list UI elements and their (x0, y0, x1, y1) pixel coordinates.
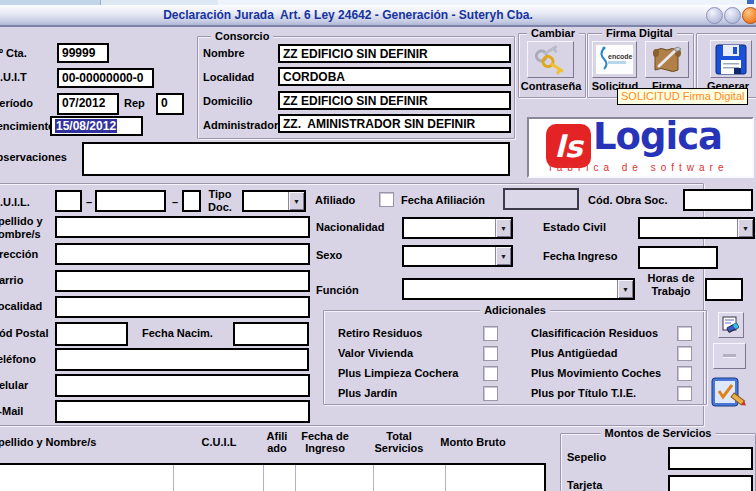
localidad-consorcio-label: Localidad (203, 71, 254, 84)
plus-movimiento-coches-label: Plus Movimiento Coches (531, 367, 661, 380)
cuit-label: C.U.I.T (0, 71, 27, 84)
sepelio-label: Sepelio (567, 451, 606, 464)
firma-digital-title: Firma Digital (602, 27, 677, 40)
firma-button[interactable] (645, 41, 689, 78)
retiro-residuos-label: Retiro Residuos (338, 327, 422, 340)
afiliado-label: Afiliado (315, 194, 355, 207)
validate-tasks-button[interactable] (707, 377, 748, 409)
domicilio-input[interactable]: ZZ EDIFICIO SIN DEFINIR (278, 91, 511, 110)
localidad-consorcio-input[interactable]: CORDOBA (278, 67, 511, 86)
consorcio-title: Consorcio (211, 30, 273, 43)
logica-logo-tagline: fábrica de software (549, 162, 729, 173)
fecha-ingreso-label: Fecha Ingreso (543, 250, 618, 263)
vencimiento-label: Vencimiento (0, 120, 55, 133)
cod-postal-input[interactable] (55, 322, 128, 346)
chevron-down-icon[interactable]: ▼ (495, 247, 511, 265)
horas-trabajo-input[interactable] (705, 278, 743, 301)
generar-button[interactable] (710, 40, 752, 78)
vencimiento-input[interactable]: 15/08/2012 (50, 116, 143, 136)
cuil-input-1[interactable] (55, 190, 82, 212)
celular-label: Celular (0, 379, 28, 392)
chevron-down-icon[interactable]: ▼ (495, 219, 511, 237)
tipo-doc-select[interactable]: ▼ (242, 190, 306, 212)
plus-jardin-checkbox[interactable] (483, 386, 498, 401)
sexo-select[interactable]: ▼ (402, 245, 513, 267)
celular-input[interactable] (55, 374, 310, 397)
save-floppy-icon (714, 43, 748, 76)
cuil-label: C.U.I.L. (0, 196, 30, 209)
title-bar: Declaración Jurada Art. 6 Ley 24642 - Ge… (0, 5, 756, 27)
periodo-input[interactable]: 07/2012 (57, 93, 119, 115)
grid-header-cuil: C.U.I.L (183, 436, 255, 448)
sepelio-input[interactable] (668, 447, 753, 470)
localidad-input[interactable] (55, 296, 310, 318)
tipo-doc-label: Tipo Doc. (208, 188, 232, 214)
nombre-label: Nombre (203, 47, 245, 60)
close-button[interactable] (742, 7, 756, 24)
grid-header-fecha-ingreso: Fecha de Ingreso (293, 430, 357, 454)
funcion-select[interactable]: ▼ (402, 278, 635, 300)
nacionalidad-select[interactable]: ▼ (402, 217, 513, 239)
grid-header-apellido: Apellido y Nombre/s (0, 436, 140, 448)
fecha-ingreso-input[interactable] (638, 246, 718, 269)
encode-icon-text: encode (608, 53, 633, 60)
email-input[interactable] (55, 400, 310, 423)
estado-civil-label: Estado Civil (543, 221, 606, 234)
rep-input[interactable]: 0 (156, 93, 184, 115)
cuil-input-2[interactable] (95, 190, 166, 212)
afiliado-checkbox[interactable] (379, 192, 394, 207)
fecha-nacim-input[interactable] (233, 322, 309, 346)
logica-logo: ls Logica fábrica de software (527, 117, 754, 178)
background-window-glyph (747, 0, 754, 4)
valor-vivienda-label: Valor Vivienda (338, 347, 413, 360)
account-input[interactable]: 99999 (57, 43, 109, 63)
barrio-input[interactable] (55, 270, 310, 292)
direccion-input[interactable] (55, 243, 310, 265)
eraser-form-icon (721, 315, 741, 335)
chevron-down-icon[interactable]: ▼ (288, 192, 304, 210)
observaciones-input[interactable] (82, 142, 510, 176)
direccion-label: Dirección (0, 248, 38, 261)
plus-limpieza-cochera-checkbox[interactable] (483, 366, 498, 381)
plus-limpieza-cochera-label: Plus Limpieza Cochera (338, 367, 458, 380)
montos-title: Montos de Servicios (601, 427, 716, 440)
estado-civil-select[interactable]: ▼ (638, 217, 755, 239)
cuil-input-3[interactable] (182, 190, 201, 212)
nombre-input[interactable]: ZZ EDIFICIO SIN DEFINIR (278, 44, 511, 63)
administrador-label: Administrador (203, 119, 278, 132)
vencimiento-selected-text: 15/08/2012 (55, 119, 117, 133)
plus-antiguedad-checkbox[interactable] (677, 346, 692, 361)
cambiar-title: Cambiar (527, 27, 579, 40)
clasificacion-residuos-checkbox[interactable] (677, 326, 692, 341)
email-label: E-Mail (0, 405, 23, 418)
chevron-down-icon[interactable]: ▼ (737, 219, 753, 237)
fecha-nacim-label: Fecha Nacim. (142, 327, 213, 340)
sexo-label: Sexo (316, 249, 342, 262)
periodo-label: Período (0, 97, 33, 110)
telefono-input[interactable] (55, 348, 309, 371)
cuit-input[interactable]: 00-00000000-0 (57, 68, 154, 88)
maximize-button[interactable] (724, 7, 741, 24)
telefono-label: Teléfono (0, 353, 36, 366)
cod-obra-soc-input[interactable] (683, 189, 753, 211)
cuil-separator-2: – (172, 196, 178, 209)
cod-postal-label: Cód Postal (0, 327, 48, 340)
apellido-nombre-input[interactable] (55, 216, 310, 238)
fecha-afiliacion-label: Fecha Afiliación (401, 194, 485, 207)
minimize-button[interactable] (706, 7, 723, 24)
solicitud-firma-button[interactable]: encode (592, 41, 637, 78)
fecha-afiliacion-input (503, 188, 579, 210)
retiro-residuos-checkbox[interactable] (483, 326, 498, 341)
cambiar-contrasena-button[interactable] (527, 41, 574, 78)
chevron-down-icon[interactable]: ▼ (617, 280, 633, 298)
tarjeta-input[interactable] (668, 475, 753, 491)
clear-form-button[interactable] (718, 312, 744, 338)
localidad-label: Localidad (0, 300, 42, 313)
plus-titulo-tie-checkbox[interactable] (677, 386, 692, 401)
empleados-grid[interactable] (0, 463, 546, 491)
valor-vivienda-checkbox[interactable] (483, 346, 498, 361)
clasificacion-residuos-label: Clasifificación Residuos (531, 327, 658, 340)
administrador-input[interactable]: ZZ. AMINISTRADOR SIN DEFINIR (278, 114, 511, 133)
plus-movimiento-coches-checkbox[interactable] (677, 366, 692, 381)
app-window: Declaración Jurada Art. 6 Ley 24642 - Ge… (0, 0, 756, 491)
